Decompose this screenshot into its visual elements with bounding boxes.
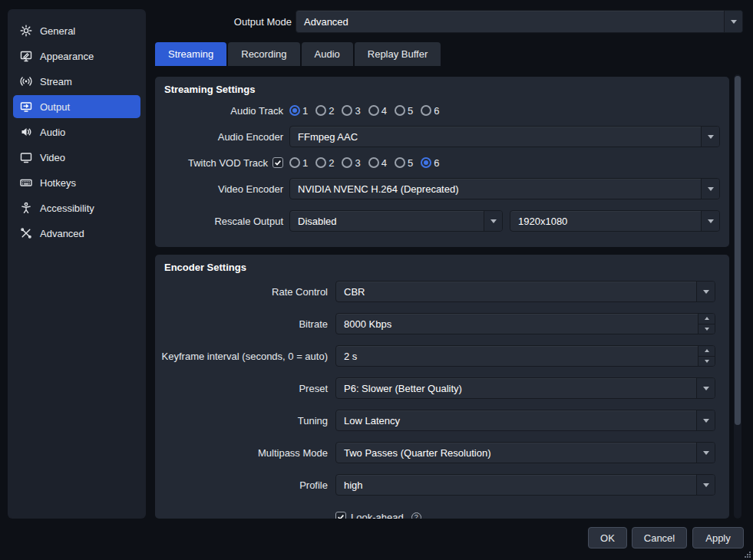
audio-track-radio-4[interactable] — [368, 105, 379, 116]
spin-up-icon[interactable] — [699, 314, 715, 324]
sidebar-item-label: Audio — [40, 127, 65, 138]
twitch-vod-checkbox[interactable] — [272, 157, 283, 168]
twitch-vod-radio-2[interactable] — [315, 157, 326, 168]
radio-label: 4 — [381, 105, 387, 117]
tab-audio[interactable]: Audio — [302, 42, 353, 66]
display-icon — [20, 151, 32, 163]
sidebar-item-advanced[interactable]: Advanced — [13, 222, 140, 245]
tab-streaming[interactable]: Streaming — [155, 42, 226, 66]
output-icon — [20, 100, 32, 113]
sidebar-item-label: Advanced — [40, 228, 84, 239]
radio-label: 2 — [329, 105, 334, 117]
radio-label: 5 — [408, 105, 413, 117]
audio-track-row: Audio Track 1 2 3 4 5 6 — [155, 97, 729, 124]
twitch-vod-radio-3[interactable] — [342, 157, 352, 168]
audio-track-radio-5[interactable] — [395, 105, 405, 116]
rescale-output-row: Rescale Output Disabled 1920x1080 — [155, 208, 729, 234]
sidebar-item-audio[interactable]: Audio — [13, 120, 140, 143]
twitch-vod-radio-4[interactable] — [368, 157, 379, 168]
apply-button[interactable]: Apply — [692, 527, 744, 548]
video-encoder-label: Video Encoder — [155, 183, 289, 195]
resize-grip-icon[interactable] — [744, 551, 751, 558]
keyboard-icon — [20, 176, 32, 189]
bitrate-label: Bitrate — [155, 318, 335, 330]
sidebar-item-hotkeys[interactable]: Hotkeys — [13, 171, 140, 194]
sidebar-item-output[interactable]: Output — [13, 95, 140, 118]
sidebar-item-label: Hotkeys — [40, 177, 76, 189]
chevron-down-icon[interactable] — [696, 443, 715, 463]
audio-track-radio-6[interactable] — [421, 105, 431, 116]
sidebar-item-appearance[interactable]: Appearance — [13, 44, 140, 68]
chevron-down-icon[interactable] — [724, 11, 742, 32]
scrollbar-track[interactable] — [734, 74, 741, 519]
preset-label: Preset — [155, 383, 335, 394]
radio-label: 6 — [434, 157, 439, 169]
sidebar-item-label: Output — [40, 101, 70, 113]
multipass-mode-select[interactable]: Two Passes (Quarter Resolution) — [335, 442, 715, 463]
rate-control-select[interactable]: CBR — [335, 281, 715, 302]
tab-replay-buffer[interactable]: Replay Buffer — [355, 42, 441, 66]
spin-down-icon[interactable] — [699, 357, 715, 367]
twitch-vod-radio-1[interactable] — [289, 157, 300, 168]
appearance-icon — [20, 50, 32, 62]
audio-track-radio-1[interactable] — [289, 105, 300, 116]
bitrate-stepper[interactable]: 8000 Kbps — [335, 313, 715, 334]
sidebar-item-label: Video — [40, 152, 65, 163]
twitch-vod-radio-group: 1 2 3 4 5 6 — [289, 157, 447, 169]
profile-value: high — [336, 475, 696, 495]
rescale-mode-select[interactable]: Disabled — [289, 210, 503, 232]
tuning-value: Low Latency — [336, 410, 696, 430]
audio-track-radio-3[interactable] — [342, 105, 352, 116]
chevron-down-icon[interactable] — [701, 179, 719, 199]
spin-up-icon[interactable] — [699, 346, 715, 357]
streaming-settings-panel: Streaming Settings Audio Track 1 2 3 4 5… — [155, 77, 729, 247]
look-ahead-label: Look-ahead — [351, 512, 404, 519]
keyframe-interval-stepper[interactable]: 2 s — [335, 345, 715, 367]
help-icon[interactable]: ? — [411, 512, 421, 519]
profile-select[interactable]: high — [335, 474, 715, 496]
chevron-down-icon[interactable] — [484, 211, 502, 231]
output-mode-select[interactable]: Advanced — [296, 10, 743, 33]
settings-sidebar: General Appearance Stream Output Audio — [8, 9, 146, 519]
sidebar-item-label: Accessibility — [40, 203, 94, 214]
output-tabs: Streaming Recording Audio Replay Buffer — [155, 42, 442, 66]
twitch-vod-radio-5[interactable] — [395, 157, 405, 168]
audio-track-label: Audio Track — [155, 105, 289, 117]
sidebar-item-general[interactable]: General — [13, 19, 140, 42]
look-ahead-checkbox[interactable] — [335, 512, 346, 519]
tuning-select[interactable]: Low Latency — [335, 410, 715, 431]
preset-select[interactable]: P6: Slower (Better Quality) — [335, 377, 715, 399]
ok-button[interactable]: OK — [588, 527, 627, 548]
chevron-down-icon[interactable] — [696, 378, 715, 398]
sidebar-item-accessibility[interactable]: Accessibility — [13, 196, 140, 219]
video-encoder-select[interactable]: NVIDIA NVENC H.264 (Deprecated) — [289, 178, 720, 199]
output-mode-value: Advanced — [296, 11, 724, 32]
multipass-mode-label: Multipass Mode — [155, 447, 335, 459]
multipass-mode-value: Two Passes (Quarter Resolution) — [336, 443, 696, 463]
audio-track-radio-2[interactable] — [315, 105, 326, 116]
rescale-resolution-select[interactable]: 1920x1080 — [510, 210, 720, 232]
chevron-down-icon[interactable] — [701, 211, 719, 231]
cancel-button[interactable]: Cancel — [632, 527, 687, 548]
rate-control-label: Rate Control — [155, 286, 335, 298]
sidebar-item-video[interactable]: Video — [13, 146, 140, 169]
audio-encoder-select[interactable]: FFmpeg AAC — [289, 126, 720, 147]
rescale-resolution-value: 1920x1080 — [510, 211, 701, 231]
rate-control-row: Rate Control CBR — [155, 275, 729, 308]
spin-down-icon[interactable] — [699, 324, 715, 334]
chevron-down-icon[interactable] — [696, 410, 715, 430]
scrollbar-thumb[interactable] — [735, 76, 741, 425]
audio-track-radio-group: 1 2 3 4 5 6 — [289, 105, 447, 117]
speaker-icon — [20, 126, 32, 138]
twitch-vod-radio-6[interactable] — [421, 157, 431, 168]
rate-control-value: CBR — [336, 282, 696, 301]
chevron-down-icon[interactable] — [696, 475, 715, 495]
keyframe-interval-label: Keyframe interval (seconds, 0 = auto) — [155, 351, 335, 362]
look-ahead-row: Look-ahead ? — [155, 501, 729, 519]
tab-recording[interactable]: Recording — [228, 42, 299, 66]
encoder-settings-title: Encoder Settings — [155, 255, 729, 275]
chevron-down-icon[interactable] — [696, 282, 715, 301]
radio-label: 3 — [355, 105, 360, 117]
chevron-down-icon[interactable] — [701, 127, 719, 147]
sidebar-item-stream[interactable]: Stream — [13, 70, 140, 93]
